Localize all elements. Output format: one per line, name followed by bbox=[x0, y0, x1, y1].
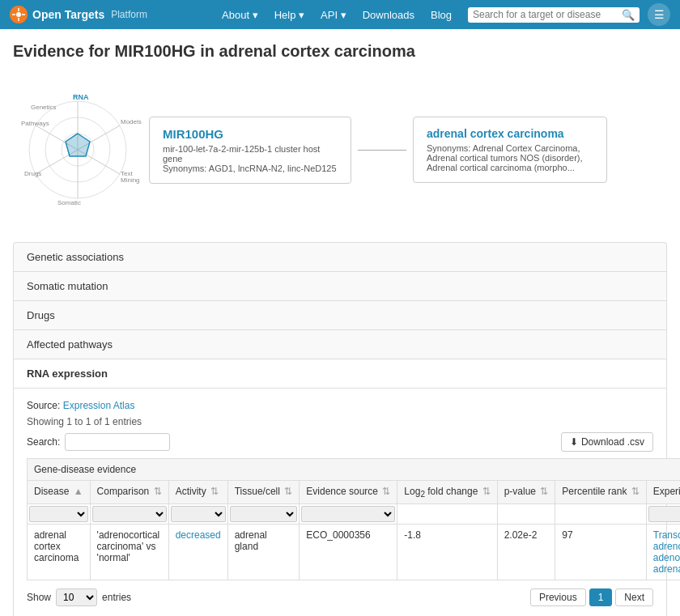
brand[interactable]: Open Targets Platform bbox=[10, 6, 147, 23]
svg-text:RNA: RNA bbox=[73, 93, 89, 101]
filter-tissue-select[interactable] bbox=[230, 506, 298, 522]
source-line: Source: Expression Atlas bbox=[27, 400, 653, 411]
sort-evidence-icon: ⇅ bbox=[382, 486, 390, 497]
page-title: Evidence for MIR100HG in adrenal cortex … bbox=[13, 42, 667, 61]
filter-disease[interactable] bbox=[28, 504, 91, 525]
section-somatic[interactable]: Somatic mutation bbox=[13, 271, 667, 300]
showing-line: Showing 1 to 1 of 1 entries bbox=[27, 416, 653, 427]
rna-section: Source: Expression Atlas Showing 1 to 1 … bbox=[13, 389, 667, 616]
page-1-button[interactable]: 1 bbox=[589, 588, 613, 606]
filter-log2 bbox=[397, 504, 497, 525]
target-card-name: MIR100HG bbox=[163, 127, 338, 141]
sort-percentile-icon: ⇅ bbox=[631, 486, 640, 497]
disease-name: adrenal cortex carcinoma bbox=[219, 42, 415, 60]
sort-activity-icon: ⇅ bbox=[210, 486, 219, 497]
page-content: Evidence for MIR100HG in adrenal cortex … bbox=[0, 29, 680, 616]
svg-text:Drugs: Drugs bbox=[24, 170, 41, 177]
navbar: Open Targets Platform About ▾ Help ▾ API… bbox=[0, 0, 680, 29]
target-card-desc: mir-100-let-7a-2-mir-125b-1 cluster host… bbox=[163, 144, 338, 164]
target-card: MIR100HG mir-100-let-7a-2-mir-125b-1 clu… bbox=[149, 117, 351, 184]
download-csv-button[interactable]: ⬇ Download .csv bbox=[561, 432, 653, 452]
search-line: Search: ⬇ Download .csv bbox=[27, 432, 653, 452]
cell-log2: -1.8 bbox=[397, 525, 497, 580]
search-box: 🔍 bbox=[468, 7, 640, 23]
filter-disease-select[interactable] bbox=[29, 506, 88, 522]
col-evidence-source[interactable]: Evidence source ⇅ bbox=[300, 481, 397, 504]
section-rna[interactable]: RNA expression bbox=[13, 359, 667, 389]
section-pathways[interactable]: Affected pathways bbox=[13, 329, 667, 359]
filter-pvalue bbox=[497, 504, 555, 525]
connector-line bbox=[358, 150, 406, 151]
col-pvalue[interactable]: p-value ⇅ bbox=[497, 481, 555, 504]
experiment-link[interactable]: Transcription profiling of human adrenoc… bbox=[653, 529, 680, 575]
nav-help[interactable]: Help ▾ bbox=[268, 6, 311, 24]
filter-comparison[interactable] bbox=[90, 504, 168, 525]
cell-pvalue: 2.02e-2 bbox=[497, 525, 555, 580]
filter-experiment[interactable] bbox=[646, 504, 680, 525]
disease-card: adrenal cortex carcinoma Synonyms: Adren… bbox=[413, 117, 607, 183]
entries-select[interactable]: 10 25 50 100 bbox=[56, 588, 97, 606]
table-search-area: Search: bbox=[27, 433, 170, 451]
col-disease[interactable]: Disease ▲ bbox=[28, 481, 91, 504]
filter-activity[interactable] bbox=[168, 504, 227, 525]
filter-evidence-select[interactable] bbox=[301, 506, 395, 522]
nav-links: About ▾ Help ▾ API ▾ Downloads Blog 🔍 ☰ bbox=[215, 3, 670, 26]
filter-tissue[interactable] bbox=[227, 504, 300, 525]
cell-disease: adrenal cortex carcinoma bbox=[28, 525, 91, 580]
nav-api[interactable]: API ▾ bbox=[314, 6, 353, 24]
cell-tissue: adrenal gland bbox=[227, 525, 300, 580]
nav-downloads[interactable]: Downloads bbox=[356, 6, 421, 24]
search-input[interactable] bbox=[473, 9, 618, 20]
cell-comparison: 'adrenocortical carcinoma' vs 'normal' bbox=[90, 525, 168, 580]
section-drugs[interactable]: Drugs bbox=[13, 300, 667, 329]
show-entries: Show 10 25 50 100 entries bbox=[27, 588, 131, 606]
svg-marker-15 bbox=[66, 134, 90, 156]
evidence-graph: RNA Models Text Mining Somatic Drugs Pat… bbox=[13, 77, 667, 223]
sort-tissue-icon: ⇅ bbox=[284, 486, 292, 497]
col-log2[interactable]: Log2 fold change ⇅ bbox=[397, 481, 497, 504]
filter-evidence[interactable] bbox=[300, 504, 397, 525]
sort-disease-icon: ▲ bbox=[74, 486, 83, 497]
spider-diagram: RNA Models Text Mining Somatic Drugs Pat… bbox=[13, 85, 142, 215]
nav-about[interactable]: About ▾ bbox=[215, 6, 265, 24]
sort-pvalue-icon: ⇅ bbox=[540, 486, 548, 497]
filter-experiment-select[interactable] bbox=[648, 506, 680, 522]
col-group-header: Gene-disease evidence bbox=[28, 459, 681, 481]
svg-point-1 bbox=[16, 12, 21, 17]
prev-button[interactable]: Previous bbox=[530, 588, 586, 606]
source-link[interactable]: Expression Atlas bbox=[63, 400, 135, 411]
target-card-syn: Synonyms: AGD1, lncRNA-N2, linc-NeD125 bbox=[163, 164, 338, 173]
filter-percentile bbox=[555, 504, 646, 525]
cell-experiment[interactable]: Transcription profiling of human adrenoc… bbox=[646, 525, 680, 580]
table-search-input[interactable] bbox=[65, 433, 170, 451]
svg-text:Genetics: Genetics bbox=[31, 104, 57, 111]
col-activity[interactable]: Activity ⇅ bbox=[168, 481, 227, 504]
col-comparison[interactable]: Comparison ⇅ bbox=[90, 481, 168, 504]
col-percentile[interactable]: Percentile rank ⇅ bbox=[555, 481, 646, 504]
cell-percentile: 97 bbox=[555, 525, 646, 580]
evidence-table: Gene-disease evidence Publications ⇅ Dis… bbox=[27, 458, 680, 580]
col-experiment[interactable]: Experiment overview and data ⇅ bbox=[646, 481, 680, 504]
user-avatar[interactable]: ☰ bbox=[648, 3, 670, 26]
brand-logo bbox=[10, 6, 28, 23]
next-button[interactable]: Next bbox=[615, 588, 653, 606]
target-name: MIR100HG bbox=[115, 42, 196, 60]
cell-activity[interactable]: decreased bbox=[168, 525, 227, 580]
show-label: Show bbox=[27, 592, 51, 603]
svg-text:Models: Models bbox=[121, 118, 142, 125]
svg-text:Mining: Mining bbox=[121, 176, 140, 184]
filter-activity-select[interactable] bbox=[171, 506, 226, 522]
disease-card-name[interactable]: adrenal cortex carcinoma bbox=[427, 127, 593, 140]
download-icon: ⬇ bbox=[570, 436, 578, 448]
svg-text:Somatic: Somatic bbox=[57, 199, 81, 206]
filter-comparison-select[interactable] bbox=[92, 506, 167, 522]
search-label: Search: bbox=[27, 436, 60, 448]
entries-label: entries bbox=[102, 592, 131, 603]
nav-blog[interactable]: Blog bbox=[424, 6, 458, 24]
pagination-buttons: Previous 1 Next bbox=[530, 588, 653, 606]
col-tissue[interactable]: Tissue/cell ⇅ bbox=[227, 481, 300, 504]
activity-link[interactable]: decreased bbox=[176, 529, 221, 541]
brand-name: Open Targets bbox=[32, 8, 104, 21]
section-genetic[interactable]: Genetic associations bbox=[13, 242, 667, 271]
search-icon: 🔍 bbox=[622, 9, 635, 21]
